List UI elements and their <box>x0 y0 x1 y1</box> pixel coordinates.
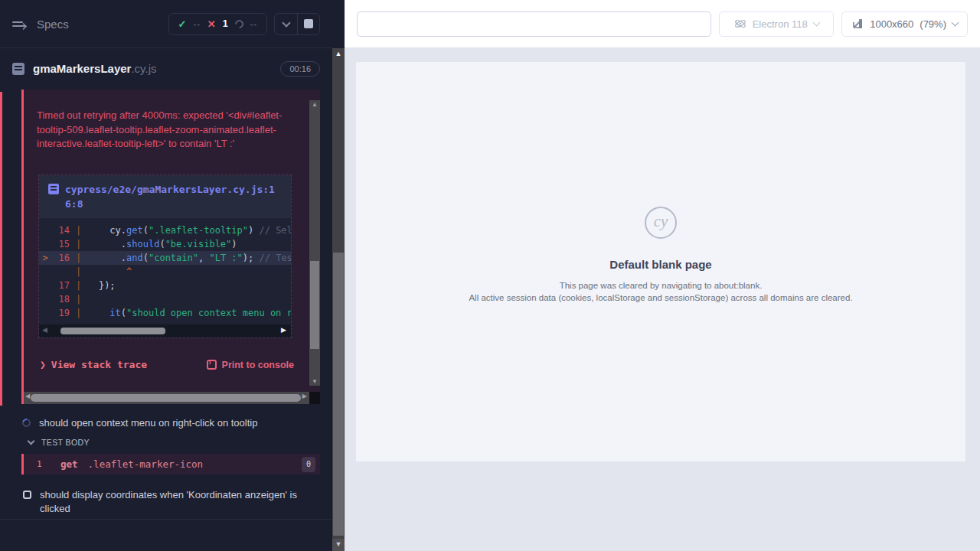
stop-run-button[interactable] <box>297 14 319 34</box>
ruler-icon <box>851 18 864 30</box>
error-vscroll-thumb[interactable] <box>310 261 319 349</box>
specs-menu-icon[interactable] <box>12 17 29 31</box>
failed-x-icon: ✕ <box>207 18 216 30</box>
error-hscroll-thumb[interactable] <box>31 394 301 402</box>
test-body-label: TEST BODY <box>41 438 90 447</box>
browser-label: Electron 118 <box>753 18 808 30</box>
code-line: 18| <box>39 292 291 306</box>
test-error-panel: Timed out retrying after 4000ms: expecte… <box>21 90 320 404</box>
reporter-panel: Specs ✓ -- ✕ 1 -- gmaMarkersLayer.cy.js … <box>0 0 332 551</box>
browser-select-button[interactable]: Electron 118 <box>719 11 834 37</box>
viewport-size-button[interactable]: 1000x660 (79%) <box>841 11 968 37</box>
code-frame-file-link[interactable]: cypress/e2e/gmaMarkersLayer.cy.js:16:8 <box>39 175 291 218</box>
view-stack-trace-link[interactable]: ❯View stack trace <box>40 359 147 370</box>
cypress-runner-app: Specs ✓ -- ✕ 1 -- gmaMarkersLayer.cy.js … <box>0 0 980 551</box>
runner-panel: Electron 118 1000x660 (79%) cy Default b… <box>345 0 980 551</box>
running-spinner-icon <box>21 417 32 429</box>
spec-name-base: gmaMarkersLayer <box>33 62 131 75</box>
scroll-up-icon[interactable]: ▲ <box>309 101 320 108</box>
electron-icon <box>734 18 746 30</box>
test-body-section-header[interactable]: TEST BODY <box>0 438 332 447</box>
spec-file-icon <box>12 63 24 75</box>
code-frame: cypress/e2e/gmaMarkersLayer.cy.js:16:8 1… <box>38 174 292 338</box>
code-line: 14| cy.get(".leaflet-tooltip") // Sele <box>39 223 291 237</box>
spec-row: gmaMarkersLayer.cy.js 00:16 <box>0 49 332 88</box>
scroll-left-icon[interactable]: ◀ <box>25 393 30 399</box>
command-number: 1 <box>37 459 55 469</box>
run-controls <box>274 13 320 35</box>
scroll-left-icon[interactable]: ◀ <box>42 326 47 334</box>
collapse-all-button[interactable] <box>275 14 297 34</box>
url-input[interactable] <box>357 11 711 37</box>
chevron-down-icon <box>28 438 35 445</box>
chevron-down-icon <box>812 19 820 27</box>
failed-attempt-edge <box>0 92 2 406</box>
pending-box-icon <box>23 491 31 499</box>
error-horizontal-scrollbar[interactable]: ◀ ▶ <box>24 392 309 404</box>
code-line: | ^ <box>39 265 291 279</box>
test-item-running[interactable]: should open context menu on right-click … <box>0 416 332 430</box>
reporter-scrollbar[interactable]: ▲ ▼ <box>332 48 345 551</box>
reporter-scrollbar-thumb[interactable] <box>333 253 344 536</box>
chevron-right-icon: ❯ <box>40 359 46 370</box>
command-count-badge: 0 <box>302 457 315 472</box>
scroll-right-icon[interactable]: ▶ <box>281 326 286 334</box>
test-title: should display coordinates when 'Koordin… <box>40 488 304 516</box>
aut-viewport: cy Default blank page This page was clea… <box>356 62 965 461</box>
chevron-down-icon <box>282 18 290 27</box>
blank-page-content: cy Default blank page This page was clea… <box>469 207 852 304</box>
code-line: 15| .should("be.visible") <box>39 237 291 251</box>
pending-count: -- <box>250 19 257 28</box>
test-stats: ✓ -- ✕ 1 -- <box>168 13 267 35</box>
code-hscroll-thumb[interactable] <box>60 328 165 334</box>
stack-trace-label: View stack trace <box>51 359 147 370</box>
scroll-right-icon[interactable]: ▶ <box>302 393 307 399</box>
scroll-up-icon[interactable]: ▲ <box>332 50 345 57</box>
pending-circle-icon <box>233 18 245 30</box>
code-frame-file-path: cypress/e2e/gmaMarkersLayer.cy.js:16:8 <box>65 182 282 211</box>
code-horizontal-scrollbar[interactable]: ◀ ▶ <box>39 324 291 337</box>
passed-count: -- <box>193 19 200 28</box>
command-row[interactable]: 1 get .leaflet-marker-icon 0 <box>21 454 320 474</box>
scrollbar-corner <box>309 392 320 404</box>
blank-page-title: Default blank page <box>469 258 852 271</box>
code-line: 19| it("should open context menu on righ <box>39 306 291 320</box>
chevron-down-icon <box>952 19 959 27</box>
runner-header: Electron 118 1000x660 (79%) <box>345 0 980 48</box>
error-actions: ❯View stack trace Print to console <box>40 359 294 370</box>
print-console-label: Print to console <box>222 360 294 370</box>
blank-page-line1: This page was cleared by navigating to a… <box>469 279 852 292</box>
command-message: .leaflet-marker-icon <box>88 458 302 470</box>
error-vertical-scrollbar[interactable]: ▲ ▼ <box>309 100 320 386</box>
failed-count: 1 <box>223 18 228 29</box>
test-item-pending[interactable]: should display coordinates when 'Koordin… <box>0 488 332 516</box>
code-line: 17| }); <box>39 279 291 292</box>
print-to-console-button[interactable]: Print to console <box>207 360 294 370</box>
console-icon <box>207 360 217 370</box>
document-icon <box>48 184 59 194</box>
reporter-header: Specs ✓ -- ✕ 1 -- <box>0 0 332 48</box>
stop-icon <box>304 19 313 28</box>
viewport-zoom-label: (79%) <box>920 18 946 30</box>
specs-label: Specs <box>37 18 69 31</box>
blank-page-line2: All active session data (cookies, localS… <box>469 292 852 304</box>
code-frame-snippet: 14| cy.get(".leaflet-tooltip") // Sele15… <box>39 218 291 324</box>
test-title: should open context menu on right-click … <box>39 416 257 430</box>
spec-name: gmaMarkersLayer.cy.js <box>33 62 156 75</box>
error-message: Timed out retrying after 4000ms: expecte… <box>37 109 293 152</box>
code-line: >16| .and("contain", "LT :"); // Test <box>39 251 291 265</box>
viewport-size-label: 1000x660 <box>870 18 913 30</box>
scroll-down-icon[interactable]: ▼ <box>309 378 320 385</box>
divider <box>0 519 332 520</box>
command-method: get <box>60 458 78 470</box>
cypress-logo: cy <box>645 207 677 239</box>
spec-name-ext: .cy.js <box>131 62 156 75</box>
scroll-down-icon[interactable]: ▼ <box>332 539 345 551</box>
spec-duration-badge: 00:16 <box>280 61 320 77</box>
passed-check-icon: ✓ <box>178 18 187 30</box>
